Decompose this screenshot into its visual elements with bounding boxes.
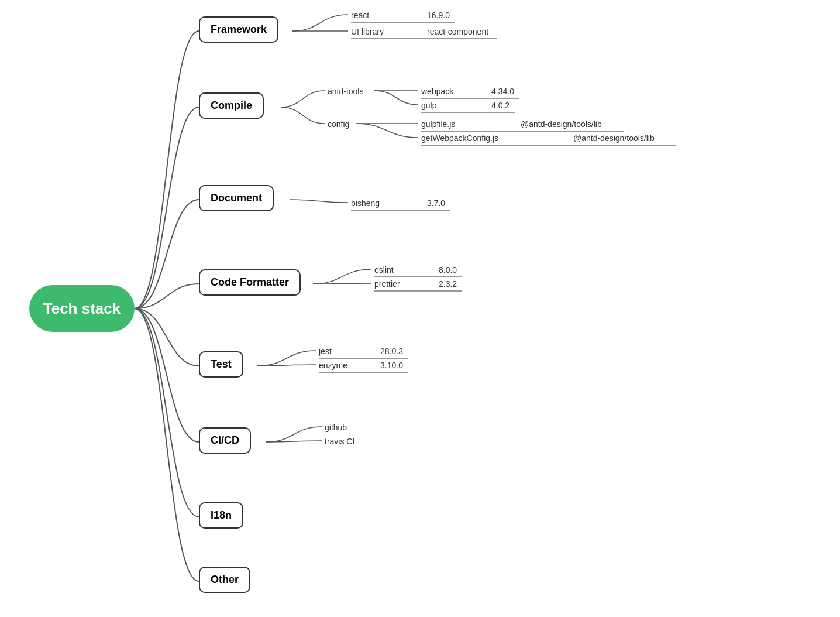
branch-codeformatter: Code Formatter	[199, 269, 301, 296]
leaf-value: 28.0.3	[380, 347, 403, 356]
leaf-label: UI library	[351, 27, 384, 36]
leaf-label: gulp	[421, 101, 436, 110]
root-node: Tech stack	[29, 285, 135, 332]
leaf-value: @antd-design/tools/lib	[573, 133, 655, 143]
leaf-label: jest	[319, 347, 332, 356]
leaf-label: travis CI	[325, 437, 354, 446]
sub-branch-label: antd-tools	[328, 87, 363, 96]
branch-cicd: CI/CD	[199, 427, 251, 454]
branch-label-i18n: I18n	[211, 509, 232, 522]
branch-compile: Compile	[199, 92, 264, 119]
branch-other: Other	[199, 567, 250, 593]
leaf-value: react-component	[427, 27, 488, 36]
leaf-value: 16.9.0	[427, 11, 450, 20]
leaf-value: 8.0.0	[439, 265, 457, 275]
leaf-value: @antd-design/tools/lib	[521, 119, 602, 129]
branch-label-document: Document	[211, 192, 262, 204]
mindmap-canvas: Tech stack Frameworkreact16.9.0UI librar…	[0, 0, 840, 617]
leaf-label: enzyme	[319, 361, 347, 370]
branch-label-compile: Compile	[211, 100, 252, 112]
leaf-label: webpack	[421, 87, 453, 96]
leaf-value: 3.10.0	[380, 361, 403, 370]
leaf-value: 3.7.0	[427, 198, 445, 208]
branch-test: Test	[199, 351, 243, 378]
leaf-value: 4.34.0	[491, 87, 514, 96]
branch-i18n: I18n	[199, 502, 243, 529]
branch-framework: Framework	[199, 16, 278, 43]
branch-document: Document	[199, 185, 274, 211]
leaf-label: getWebpackConfig.js	[421, 133, 498, 143]
leaf-label: eslint	[374, 265, 394, 275]
branch-label-framework: Framework	[211, 23, 267, 36]
leaf-label: bisheng	[351, 198, 380, 208]
leaf-value: 2.3.2	[439, 279, 457, 289]
leaf-label: react	[351, 11, 369, 20]
leaf-label: prettier	[374, 279, 400, 289]
leaf-label: gulpfile.js	[421, 119, 455, 129]
leaf-label: github	[325, 423, 347, 432]
leaf-value: 4.0.2	[491, 101, 509, 110]
branch-label-codeformatter: Code Formatter	[211, 276, 289, 289]
branch-label-test: Test	[211, 358, 232, 371]
root-label: Tech stack	[43, 300, 121, 318]
sub-branch-label: config	[328, 119, 349, 129]
branch-label-other: Other	[211, 574, 239, 586]
branch-label-cicd: CI/CD	[211, 434, 239, 447]
